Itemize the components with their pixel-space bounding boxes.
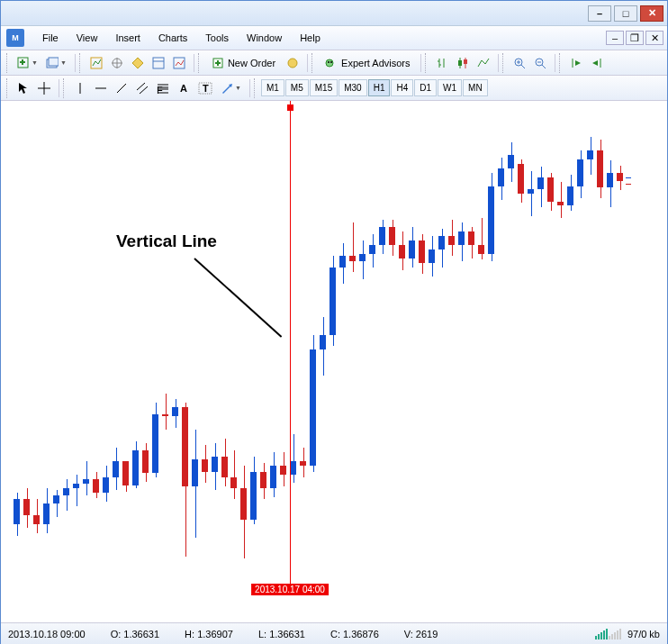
- tf-m30-button[interactable]: M30: [339, 79, 366, 96]
- tf-m1-button[interactable]: M1: [261, 79, 284, 96]
- toolbar-separator: [194, 54, 194, 72]
- new-order-button[interactable]: New Order: [205, 54, 282, 72]
- toolbar-separator: [59, 79, 59, 97]
- zoom-in-button[interactable]: [510, 54, 529, 72]
- trendline-button[interactable]: [112, 79, 131, 97]
- status-open: O: 1.36631: [111, 629, 159, 639]
- line-chart-button[interactable]: [474, 54, 493, 72]
- expert-advisors-button[interactable]: Expert Advisors: [319, 54, 416, 72]
- navigator-button[interactable]: [107, 54, 127, 72]
- crosshair-button[interactable]: [34, 79, 54, 97]
- menu-view[interactable]: View: [68, 32, 107, 43]
- svg-point-15: [288, 59, 297, 68]
- candlestick-chart-button[interactable]: [453, 54, 473, 72]
- zoom-out-button[interactable]: [530, 54, 550, 72]
- svg-rect-5: [91, 58, 102, 68]
- toolbar-handle[interactable]: [559, 53, 563, 73]
- svg-rect-26: [464, 59, 467, 64]
- new-chart-button[interactable]: ▼: [14, 54, 41, 72]
- annotation-line: [194, 258, 282, 337]
- svg-line-41: [137, 83, 145, 90]
- status-low: L: 1.36631: [258, 629, 305, 639]
- svg-point-16: [326, 59, 333, 67]
- equidistant-channel-button[interactable]: [132, 79, 152, 97]
- data-window-button[interactable]: [128, 54, 148, 72]
- svg-rect-4: [49, 58, 59, 66]
- metaeditor-button[interactable]: [283, 54, 302, 72]
- toolbar-separator: [555, 54, 555, 72]
- status-connection[interactable]: 97/0 kb: [595, 629, 660, 639]
- chevron-down-icon: ▼: [235, 85, 241, 91]
- chart-area[interactable]: 2013.10.17 04:00 Vertical Line: [1, 101, 667, 622]
- mdi-restore-button[interactable]: ❐: [626, 31, 644, 45]
- svg-line-40: [117, 84, 126, 93]
- tf-d1-button[interactable]: D1: [414, 79, 437, 96]
- toolbar-handle[interactable]: [63, 78, 67, 98]
- minimize-icon: –: [597, 8, 602, 19]
- toolbar-separator: [498, 54, 499, 72]
- connection-label: 97/0 kb: [627, 629, 660, 639]
- text-label-button[interactable]: T: [194, 79, 216, 97]
- menu-window[interactable]: Window: [238, 32, 291, 43]
- svg-line-42: [140, 86, 148, 94]
- mdi-minimize-button[interactable]: –: [606, 31, 624, 45]
- market-watch-button[interactable]: [86, 54, 106, 72]
- toolbar-separator: [307, 54, 308, 72]
- annotation-text: Vertical Line: [116, 231, 217, 251]
- status-high: H: 1.36907: [185, 629, 233, 639]
- toolbar-handle[interactable]: [198, 53, 202, 73]
- toolbar-separator: [75, 54, 76, 72]
- minimize-icon: –: [612, 32, 618, 43]
- toolbar-handle[interactable]: [425, 53, 429, 73]
- auto-scroll-button[interactable]: [566, 54, 586, 72]
- tf-m15-button[interactable]: M15: [310, 79, 338, 96]
- mdi-close-button[interactable]: ✕: [645, 31, 663, 45]
- window-minimize-button[interactable]: –: [588, 5, 611, 22]
- horizontal-line-button[interactable]: [91, 79, 111, 97]
- svg-rect-24: [458, 60, 462, 66]
- tf-h1-button[interactable]: H1: [368, 79, 391, 96]
- toolbar-handle[interactable]: [502, 53, 506, 73]
- chart-shift-button[interactable]: [587, 54, 607, 72]
- menu-charts[interactable]: Charts: [149, 32, 196, 43]
- toolbar-handle[interactable]: [79, 53, 83, 73]
- tf-m5-button[interactable]: M5: [285, 79, 309, 96]
- menu-bar: M File View Insert Charts Tools Window H…: [1, 26, 667, 50]
- main-toolbar: ▼ ▼ New Order Expert Advisors: [1, 50, 667, 76]
- tf-mn-button[interactable]: MN: [463, 79, 488, 96]
- tf-w1-button[interactable]: W1: [438, 79, 462, 96]
- svg-line-32: [542, 65, 546, 68]
- terminal-button[interactable]: [149, 54, 168, 72]
- chevron-down-icon: ▼: [32, 59, 38, 66]
- expert-advisors-label: Expert Advisors: [341, 58, 410, 68]
- svg-point-18: [330, 61, 332, 63]
- window-maximize-button[interactable]: □: [614, 5, 637, 22]
- arrows-button[interactable]: ▼: [217, 79, 245, 97]
- status-volume: V: 2619: [404, 629, 438, 639]
- tf-h4-button[interactable]: H4: [391, 79, 413, 96]
- bar-chart-button[interactable]: [432, 54, 452, 72]
- fibonacci-button[interactable]: F: [153, 79, 173, 97]
- svg-rect-9: [153, 58, 164, 68]
- toolbar-handle[interactable]: [254, 78, 257, 98]
- profiles-button[interactable]: ▼: [42, 54, 70, 72]
- toolbar-handle[interactable]: [6, 53, 10, 73]
- svg-point-17: [328, 61, 329, 63]
- maximize-icon: □: [623, 8, 629, 19]
- toolbar-handle[interactable]: [6, 78, 10, 98]
- menu-insert[interactable]: Insert: [106, 32, 149, 43]
- strategy-tester-button[interactable]: [169, 54, 189, 72]
- svg-text:T: T: [203, 83, 209, 94]
- window-close-button[interactable]: ✕: [640, 5, 663, 22]
- vertical-line-button[interactable]: [70, 79, 90, 97]
- menu-tools[interactable]: Tools: [196, 32, 238, 43]
- cursor-button[interactable]: [14, 79, 33, 97]
- svg-line-28: [521, 65, 525, 68]
- menu-file[interactable]: File: [33, 32, 68, 43]
- toolbar-handle[interactable]: [311, 53, 315, 73]
- status-close: C: 1.36876: [330, 629, 379, 639]
- text-button[interactable]: A: [174, 79, 194, 97]
- menu-help[interactable]: Help: [291, 32, 329, 43]
- vertical-line-object[interactable]: [290, 101, 291, 595]
- chevron-down-icon: ▼: [60, 59, 67, 66]
